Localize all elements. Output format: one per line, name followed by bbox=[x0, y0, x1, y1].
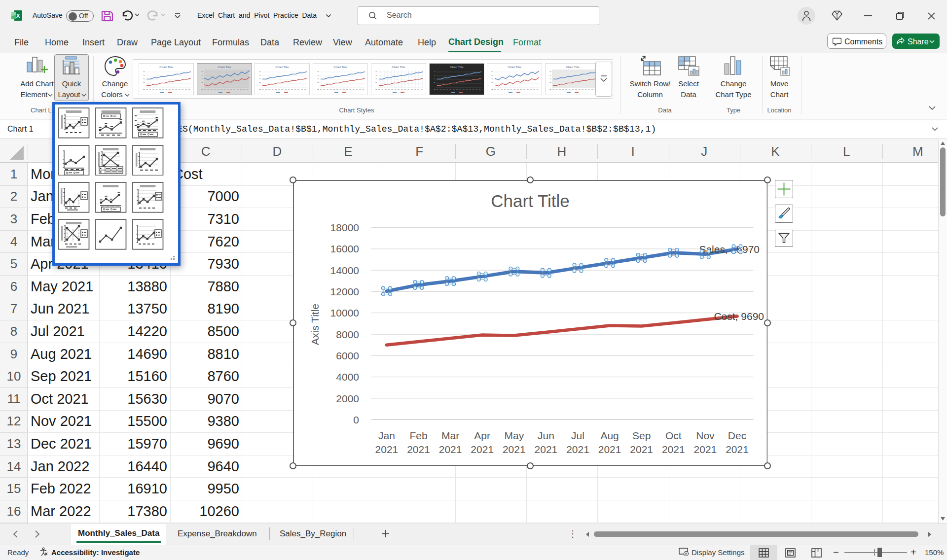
svg-text:4000: 4000 bbox=[336, 371, 359, 383]
svg-text:0: 0 bbox=[353, 414, 359, 425]
svg-text:Chart Title: Chart Title bbox=[333, 66, 347, 69]
svg-text:Chart Title: Chart Title bbox=[392, 66, 405, 69]
svg-text:6000: 6000 bbox=[336, 350, 359, 361]
svg-text:Cost, 9690: Cost, 9690 bbox=[714, 311, 764, 322]
svg-text:2021: 2021 bbox=[407, 444, 430, 455]
svg-text:Mar: Mar bbox=[441, 430, 459, 441]
svg-text:Aug: Aug bbox=[600, 430, 619, 441]
svg-text:2021: 2021 bbox=[630, 444, 653, 455]
svg-text:Chart Title: Chart Title bbox=[566, 66, 580, 69]
svg-text:Oct: Oct bbox=[665, 430, 681, 441]
svg-text:12000: 12000 bbox=[330, 286, 359, 297]
svg-text:Chart Title: Chart Title bbox=[450, 66, 464, 69]
svg-text:Chart Title: Chart Title bbox=[508, 66, 522, 69]
svg-text:Jan: Jan bbox=[378, 430, 395, 441]
svg-text:10000: 10000 bbox=[330, 307, 359, 318]
svg-text:Chart Title: Chart Title bbox=[276, 66, 290, 69]
svg-text:2021: 2021 bbox=[502, 444, 525, 455]
svg-text:2021: 2021 bbox=[566, 444, 589, 455]
svg-text:8000: 8000 bbox=[336, 329, 359, 340]
svg-text:2021: 2021 bbox=[598, 444, 621, 455]
svg-text:2021: 2021 bbox=[661, 444, 685, 455]
svg-text:2021: 2021 bbox=[438, 444, 462, 455]
svg-text:Jul: Jul bbox=[571, 430, 584, 441]
svg-text:Chart Title: Chart Title bbox=[218, 66, 231, 69]
svg-text:Dec: Dec bbox=[728, 430, 746, 441]
svg-text:2021: 2021 bbox=[375, 444, 398, 455]
svg-text:2021: 2021 bbox=[534, 444, 557, 455]
svg-text:Jun: Jun bbox=[537, 430, 554, 441]
svg-text:14000: 14000 bbox=[330, 265, 359, 276]
svg-text:Feb: Feb bbox=[409, 430, 427, 441]
svg-text:2021: 2021 bbox=[471, 444, 494, 455]
svg-text:Chart Title: Chart Title bbox=[159, 66, 173, 69]
svg-text:May: May bbox=[504, 430, 524, 441]
svg-text:X: X bbox=[16, 13, 20, 19]
svg-text:Chart Title: Chart Title bbox=[491, 191, 570, 210]
svg-text:Apr: Apr bbox=[474, 430, 490, 441]
svg-text:Axis Title: Axis Title bbox=[309, 304, 321, 345]
svg-text:2021: 2021 bbox=[693, 444, 717, 455]
svg-text:16000: 16000 bbox=[330, 243, 359, 254]
svg-text:18000: 18000 bbox=[330, 222, 359, 233]
svg-text:Sep: Sep bbox=[632, 430, 651, 441]
svg-text:2021: 2021 bbox=[726, 444, 749, 455]
svg-text:2000: 2000 bbox=[336, 393, 359, 404]
svg-text:Nov: Nov bbox=[696, 430, 715, 441]
